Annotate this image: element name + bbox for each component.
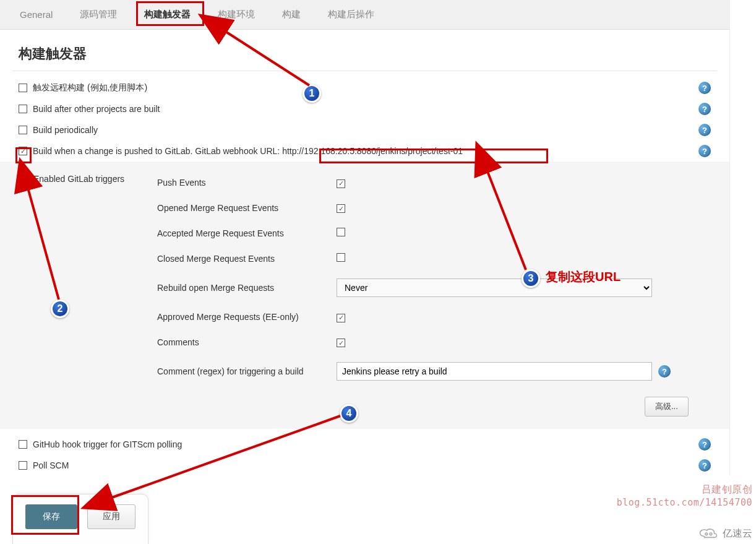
divider	[12, 71, 717, 71]
tab-build-env[interactable]: 构建环境	[204, 0, 268, 29]
checkbox-build-after[interactable]	[19, 105, 27, 113]
checkbox-github-hook[interactable]	[19, 440, 27, 449]
page-root: General 源码管理 构建触发器 构建环境 构建 构建后操作 构建触发器 触…	[0, 0, 730, 476]
label-push-events: Push Events	[157, 178, 337, 188]
label-github-hook: GitHub hook trigger for GITScm polling	[33, 439, 182, 449]
advanced-button[interactable]: 高级...	[645, 397, 689, 417]
cloud-icon	[697, 527, 720, 540]
opt-build-after: Build after other projects are built ?	[19, 98, 711, 119]
row-rebuild-open-mr: Rebuild open Merge Requests Never	[157, 271, 711, 304]
row-push-events: Push Events	[157, 170, 711, 196]
label-build-periodically: Build periodically	[33, 125, 98, 135]
label-opened-mr: Opened Merge Request Events	[157, 203, 337, 213]
label-approved-mr: Approved Merge Requests (EE-only)	[157, 312, 337, 322]
help-icon[interactable]: ?	[698, 82, 711, 94]
trigger-options-after: GitHub hook trigger for GITScm polling ?…	[0, 429, 729, 476]
row-opened-mr: Opened Merge Request Events	[157, 196, 711, 221]
watermark-line2: blog.51cto.com/14154700	[617, 496, 752, 509]
apply-button[interactable]: 应用	[87, 504, 135, 529]
checkbox-closed-mr[interactable]	[337, 253, 345, 262]
bottom-action-bar: 保存 应用	[12, 494, 148, 544]
tab-general[interactable]: General	[6, 1, 66, 28]
provider-logo-text: 亿速云	[723, 527, 752, 540]
checkbox-remote-trigger[interactable]	[19, 84, 27, 92]
row-comments: Comments	[157, 330, 711, 355]
gitlab-webhook-url: http://192.168.20.5:8080/jenkins/project…	[282, 146, 463, 156]
tab-scm[interactable]: 源码管理	[66, 0, 131, 29]
label-comment-regex: Comment (regex) for triggering a build	[157, 366, 337, 376]
help-icon[interactable]: ?	[698, 145, 711, 157]
tab-build-triggers[interactable]: 构建触发器	[131, 0, 204, 29]
checkbox-build-periodically[interactable]	[19, 126, 27, 134]
label-closed-mr: Closed Merge Request Events	[157, 254, 337, 264]
label-comments: Comments	[157, 337, 337, 347]
row-accepted-mr: Accepted Merge Request Events	[157, 220, 711, 246]
label-accepted-mr: Accepted Merge Request Events	[157, 228, 337, 238]
help-icon[interactable]: ?	[698, 459, 711, 472]
checkbox-accepted-mr[interactable]	[337, 228, 345, 236]
checkbox-approved-mr[interactable]	[337, 314, 345, 322]
svg-point-4	[705, 533, 708, 535]
label-remote-trigger: 触发远程构建 (例如,使用脚本)	[33, 82, 147, 93]
opt-github-hook: GitHub hook trigger for GITScm polling ?	[19, 434, 711, 455]
help-icon[interactable]: ?	[698, 124, 711, 136]
opt-poll-scm: Poll SCM ?	[19, 455, 711, 476]
watermark-line1: 吕建钊原创	[617, 483, 752, 496]
watermark: 吕建钊原创 blog.51cto.com/14154700	[617, 483, 752, 509]
trigger-options: 触发远程构建 (例如,使用脚本) ? Build after other pro…	[0, 74, 729, 162]
row-approved-mr: Approved Merge Requests (EE-only)	[157, 304, 711, 330]
label-build-after: Build after other projects are built	[33, 104, 160, 114]
gitlab-triggers-box: Enabled GitLab triggers Push Events Open…	[0, 162, 729, 429]
svg-point-5	[710, 533, 712, 535]
checkbox-poll-scm[interactable]	[19, 461, 27, 470]
config-tabs: General 源码管理 构建触发器 构建环境 构建 构建后操作	[0, 0, 729, 30]
opt-build-periodically: Build periodically ?	[19, 119, 711, 140]
checkbox-gitlab-push[interactable]	[19, 147, 27, 155]
help-icon[interactable]: ?	[658, 365, 671, 378]
checkbox-comments[interactable]	[337, 339, 345, 347]
tab-build[interactable]: 构建	[268, 0, 314, 29]
tab-post-build[interactable]: 构建后操作	[314, 0, 388, 29]
input-comment-regex[interactable]	[337, 362, 652, 381]
help-icon[interactable]: ?	[698, 103, 711, 115]
help-icon[interactable]: ?	[698, 438, 711, 451]
row-comment-regex: Comment (regex) for triggering a build ?	[157, 355, 711, 388]
checkbox-push-events[interactable]	[337, 179, 345, 188]
checkbox-opened-mr[interactable]	[337, 204, 345, 213]
opt-remote-trigger: 触发远程构建 (例如,使用脚本) ?	[19, 77, 711, 98]
label-rebuild-open-mr: Rebuild open Merge Requests	[157, 283, 337, 293]
gitlab-triggers-title: Enabled GitLab triggers	[33, 170, 157, 184]
provider-logo: 亿速云	[697, 527, 752, 540]
save-button[interactable]: 保存	[25, 504, 77, 529]
row-closed-mr: Closed Merge Request Events	[157, 246, 711, 271]
label-gitlab-push-prefix: Build when a change is pushed to GitLab.…	[33, 146, 280, 156]
section-title: 构建触发器	[0, 30, 729, 71]
select-rebuild-open-mr[interactable]: Never	[337, 278, 652, 297]
label-poll-scm: Poll SCM	[33, 460, 69, 470]
opt-gitlab-push: Build when a change is pushed to GitLab.…	[19, 140, 711, 162]
label-gitlab-push: Build when a change is pushed to GitLab.…	[33, 146, 463, 156]
